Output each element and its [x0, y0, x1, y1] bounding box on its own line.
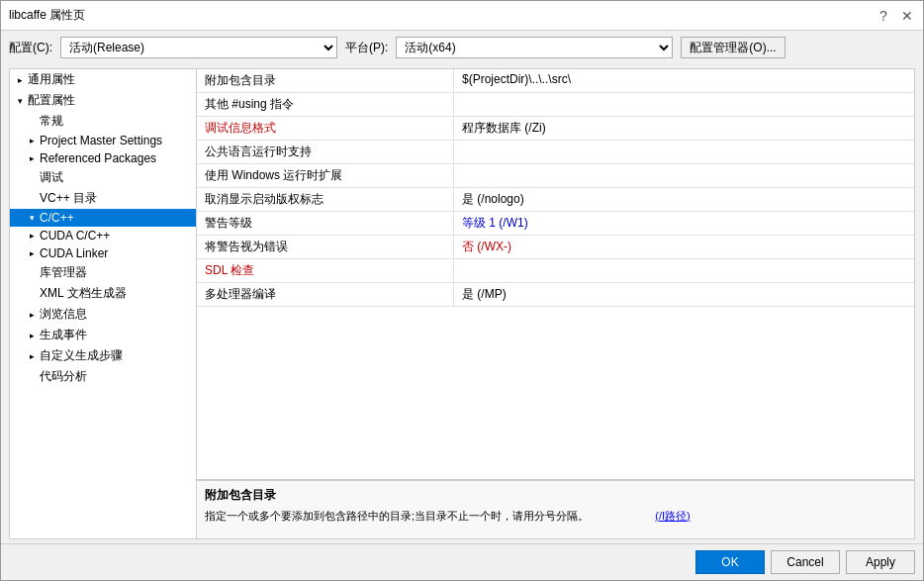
tree-label-referenced-packages: Referenced Packages	[40, 151, 156, 165]
right-props-panel: 附加包含目录$(ProjectDir)\..\..\src\其他 #using …	[197, 68, 915, 539]
tree-arrow-cpp	[26, 212, 38, 224]
tree-arrow-referenced-packages	[26, 152, 38, 164]
prop-value	[454, 164, 914, 187]
tree-label-cuda-cpp: CUDA C/C++	[40, 229, 110, 242]
tree-label-build-events: 生成事件	[40, 327, 87, 343]
prop-value	[454, 93, 914, 116]
close-button[interactable]: ✕	[899, 8, 915, 24]
table-row[interactable]: 调试信息格式程序数据库 (/Zi)	[197, 117, 914, 141]
tree-item-general-props[interactable]: 通用属性	[10, 69, 196, 90]
dialog-title: libcaffe 属性页	[9, 7, 85, 24]
table-row[interactable]: 附加包含目录$(ProjectDir)\..\..\src\	[197, 69, 914, 93]
tree-label-code-analysis: 代码分析	[40, 368, 87, 385]
table-row[interactable]: 其他 #using 指令	[197, 93, 914, 117]
prop-value: 否 (/WX-)	[454, 236, 914, 258]
table-row[interactable]: SDL 检查	[197, 259, 914, 283]
tree-arrow-build-events	[26, 330, 38, 341]
tree-item-general[interactable]: 常规	[10, 111, 196, 132]
description-body: 指定一个或多个要添加到包含路径中的目录;当目录不止一个时，请用分号分隔。	[205, 510, 589, 522]
prop-name: 取消显示启动版权标志	[197, 188, 454, 211]
tree-label-cpp: C/C++	[40, 211, 74, 225]
dialog-window: libcaffe 属性页 ? ✕ 配置(C): 活动(Release) 平台(P…	[0, 0, 924, 581]
prop-name: 其他 #using 指令	[197, 93, 454, 116]
table-row[interactable]: 使用 Windows 运行时扩展	[197, 164, 914, 188]
config-label: 配置(C):	[9, 40, 52, 56]
tree-arrow-general-props	[14, 74, 26, 86]
prop-value: 等级 1 (/W1)	[454, 212, 914, 235]
tree-item-referenced-packages[interactable]: Referenced Packages	[10, 149, 196, 167]
tree-label-general: 常规	[40, 113, 63, 130]
prop-name: SDL 检查	[197, 259, 454, 282]
prop-name: 调试信息格式	[197, 117, 454, 140]
tree-arrow-project-master	[26, 135, 38, 146]
table-row[interactable]: 取消显示启动版权标志是 (/nologo)	[197, 188, 914, 212]
prop-name: 附加包含目录	[197, 69, 454, 92]
tree-label-lib-manager: 库管理器	[40, 264, 87, 281]
tree-label-cuda-linker: CUDA Linker	[40, 246, 108, 260]
help-button[interactable]: ?	[876, 8, 891, 24]
prop-value: 是 (/MP)	[454, 283, 914, 306]
description-panel: 附加包含目录 指定一个或多个要添加到包含路径中的目录;当目录不止一个时，请用分号…	[197, 479, 914, 538]
apply-button[interactable]: Apply	[846, 550, 915, 574]
left-tree-panel: 通用属性配置属性常规Project Master SettingsReferen…	[9, 68, 197, 539]
config-select[interactable]: 活动(Release)	[60, 37, 337, 58]
title-bar-buttons: ? ✕	[876, 8, 915, 24]
prop-value: $(ProjectDir)\..\..\src\	[454, 69, 914, 92]
prop-name: 警告等级	[197, 212, 454, 235]
tree-item-cpp[interactable]: C/C++	[10, 209, 196, 227]
table-row[interactable]: 将警告视为错误否 (/WX-)	[197, 236, 914, 259]
tree-item-debug[interactable]: 调试	[10, 167, 196, 188]
tree-arrow-custom-build	[26, 350, 38, 362]
tree-arrow-browse-info	[26, 309, 38, 321]
title-bar: libcaffe 属性页 ? ✕	[1, 1, 923, 31]
ok-button[interactable]: OK	[695, 550, 765, 574]
tree-item-vc-dirs[interactable]: VC++ 目录	[10, 188, 196, 209]
tree-label-custom-build: 自定义生成步骤	[40, 347, 123, 364]
description-title: 附加包含目录	[205, 487, 906, 504]
tree-item-cuda-cpp[interactable]: CUDA C/C++	[10, 227, 196, 244]
tree-label-config-props: 配置属性	[28, 92, 75, 109]
table-row[interactable]: 警告等级等级 1 (/W1)	[197, 212, 914, 236]
main-content: 通用属性配置属性常规Project Master SettingsReferen…	[1, 64, 923, 543]
cancel-button[interactable]: Cancel	[771, 550, 840, 574]
tree-label-browse-info: 浏览信息	[40, 306, 87, 323]
prop-value: 是 (/nologo)	[454, 188, 914, 211]
config-manager-button[interactable]: 配置管理器(O)...	[681, 37, 785, 58]
prop-value	[454, 259, 914, 282]
prop-name: 将警告视为错误	[197, 236, 454, 258]
toolbar: 配置(C): 活动(Release) 平台(P): 活动(x64) 配置管理器(…	[1, 31, 923, 64]
tree-label-project-master: Project Master Settings	[40, 134, 162, 147]
prop-name: 使用 Windows 运行时扩展	[197, 164, 454, 187]
tree-item-custom-build[interactable]: 自定义生成步骤	[10, 345, 196, 366]
table-row[interactable]: 公共语言运行时支持	[197, 141, 914, 164]
prop-value	[454, 141, 914, 163]
tree-label-general-props: 通用属性	[28, 71, 75, 88]
tree-item-browse-info[interactable]: 浏览信息	[10, 304, 196, 325]
tree-arrow-cuda-linker	[26, 247, 38, 259]
prop-name: 公共语言运行时支持	[197, 141, 454, 163]
tree-label-vc-dirs: VC++ 目录	[40, 190, 97, 207]
tree-item-cuda-linker[interactable]: CUDA Linker	[10, 244, 196, 262]
tree-item-lib-manager[interactable]: 库管理器	[10, 262, 196, 283]
tree-label-xml-gen: XML 文档生成器	[40, 285, 127, 302]
table-row[interactable]: 多处理器编译是 (/MP)	[197, 283, 914, 307]
description-text: 指定一个或多个要添加到包含路径中的目录;当目录不止一个时，请用分号分隔。 (/I…	[205, 508, 906, 525]
tree-label-debug: 调试	[40, 169, 63, 186]
prop-name: 多处理器编译	[197, 283, 454, 306]
tree-item-xml-gen[interactable]: XML 文档生成器	[10, 283, 196, 304]
tree-arrow-cuda-cpp	[26, 230, 38, 242]
tree-item-project-master[interactable]: Project Master Settings	[10, 132, 196, 149]
platform-select[interactable]: 活动(x64)	[396, 37, 673, 58]
tree-item-build-events[interactable]: 生成事件	[10, 325, 196, 345]
tree-item-config-props[interactable]: 配置属性	[10, 90, 196, 111]
tree-item-code-analysis[interactable]: 代码分析	[10, 366, 196, 387]
description-link[interactable]: (/I路径)	[655, 510, 690, 522]
props-table: 附加包含目录$(ProjectDir)\..\..\src\其他 #using …	[197, 69, 914, 479]
platform-label: 平台(P):	[345, 40, 388, 56]
tree-arrow-config-props	[14, 95, 26, 107]
bottom-bar: OK Cancel Apply	[1, 543, 923, 580]
prop-value: 程序数据库 (/Zi)	[454, 117, 914, 140]
